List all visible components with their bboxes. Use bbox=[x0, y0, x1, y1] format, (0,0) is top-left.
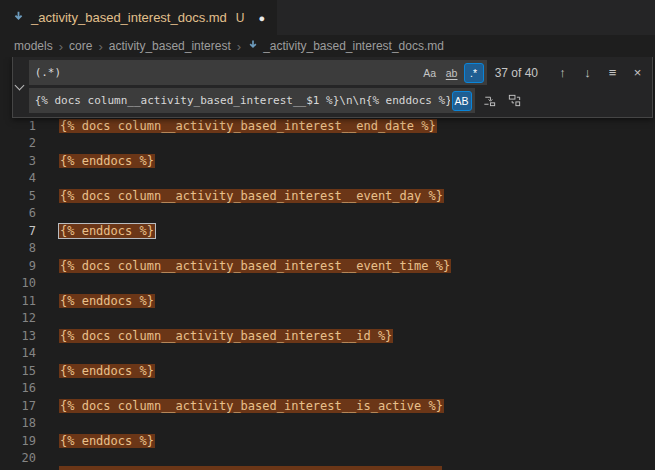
whole-word-toggle[interactable]: ab bbox=[442, 63, 462, 83]
code-line[interactable]: 20 bbox=[0, 450, 655, 468]
line-number[interactable]: 4 bbox=[0, 171, 36, 185]
code-line[interactable]: 17{% docs column__activity_based_interes… bbox=[0, 397, 655, 415]
match-highlight: {% docs column__activity_based_interest_… bbox=[59, 259, 451, 273]
code-line[interactable]: 16 bbox=[0, 380, 655, 398]
breadcrumb: models › core › activity_based_interest … bbox=[0, 35, 655, 57]
line-number[interactable]: 7 bbox=[0, 224, 36, 238]
code-line[interactable]: 6 bbox=[0, 205, 655, 223]
line-content: {% docs column__activity_based_interest_… bbox=[59, 399, 444, 413]
replace-row: {% docs column__activity_based_interest_… bbox=[29, 88, 648, 113]
line-content: {% enddocs %} bbox=[59, 364, 155, 378]
line-number[interactable]: 6 bbox=[0, 206, 36, 220]
regex-toggle[interactable]: .* bbox=[464, 63, 484, 83]
line-content bbox=[59, 466, 442, 470]
code-line[interactable]: 19{% enddocs %} bbox=[0, 432, 655, 450]
find-widget-rows: (.*) Aa ab .* 37 of 40 ↑ ↓ ≡ × {% docs c… bbox=[27, 57, 652, 117]
unsaved-dot-icon[interactable]: ● bbox=[259, 12, 266, 24]
chevron-right-icon: › bbox=[59, 39, 63, 54]
line-content: {% docs column__activity_based_interest_… bbox=[59, 189, 444, 203]
find-row: (.*) Aa ab .* 37 of 40 ↑ ↓ ≡ × bbox=[29, 60, 648, 85]
code-line[interactable]: 5{% docs column__activity_based_interest… bbox=[0, 187, 655, 205]
preserve-case-toggle[interactable]: AB bbox=[452, 91, 472, 111]
line-content: {% enddocs %} bbox=[59, 434, 155, 448]
match-case-toggle[interactable]: Aa bbox=[420, 63, 440, 83]
line-number[interactable]: 5 bbox=[0, 189, 36, 203]
breadcrumb-item-file[interactable]: _activity_based_interest_docs.md bbox=[247, 39, 444, 54]
git-status-badge: U bbox=[236, 11, 245, 25]
line-number[interactable]: 13 bbox=[0, 329, 36, 343]
previous-match-button[interactable]: ↑ bbox=[552, 62, 573, 83]
line-number[interactable]: 14 bbox=[0, 346, 36, 360]
match-highlight: {% docs column__activity_based_interest_… bbox=[59, 399, 444, 413]
tab-activity-based-interest-docs[interactable]: _activity_based_interest_docs.md U ● bbox=[0, 0, 277, 35]
chevron-right-icon: › bbox=[98, 39, 102, 54]
match-highlight: {% enddocs %} bbox=[59, 154, 155, 168]
next-match-button[interactable]: ↓ bbox=[577, 62, 598, 83]
breadcrumb-item-activity-based-interest[interactable]: activity_based_interest bbox=[109, 39, 231, 53]
code-lines: 1{% docs column__activity_based_interest… bbox=[0, 57, 655, 470]
line-content: {% docs column__activity_based_interest_… bbox=[59, 119, 437, 133]
line-number[interactable]: 12 bbox=[0, 311, 36, 325]
code-line[interactable]: 18 bbox=[0, 415, 655, 433]
replace-button[interactable] bbox=[479, 90, 500, 111]
line-number[interactable]: 11 bbox=[0, 294, 36, 308]
code-line[interactable]: 2 bbox=[0, 135, 655, 153]
match-highlight: {% docs column__activity_based_interest_… bbox=[59, 119, 437, 133]
code-line[interactable]: 15{% enddocs %} bbox=[0, 362, 655, 380]
line-content: {% enddocs %} bbox=[59, 154, 155, 168]
breadcrumb-item-models[interactable]: models bbox=[14, 39, 53, 53]
line-content: {% enddocs %} bbox=[59, 223, 156, 238]
code-line[interactable]: 3{% enddocs %} bbox=[0, 152, 655, 170]
line-number[interactable]: 9 bbox=[0, 259, 36, 273]
line-content: {% docs column__activity_based_interest_… bbox=[59, 259, 451, 273]
breadcrumb-item-core[interactable]: core bbox=[69, 39, 92, 53]
match-highlight: {% enddocs %} bbox=[59, 364, 155, 378]
code-line[interactable]: 11{% enddocs %} bbox=[0, 292, 655, 310]
chevron-down-icon bbox=[15, 80, 25, 90]
match-highlight: {% docs column__activity_based_interest_… bbox=[59, 189, 444, 203]
code-line[interactable]: 9{% docs column__activity_based_interest… bbox=[0, 257, 655, 275]
code-line[interactable]: 4 bbox=[0, 170, 655, 188]
tab-title: _activity_based_interest_docs.md bbox=[31, 10, 227, 25]
chevron-right-icon: › bbox=[237, 39, 241, 54]
match-highlight: {% enddocs %} bbox=[59, 434, 155, 448]
replace-input[interactable]: {% docs column__activity_based_interest_… bbox=[29, 88, 475, 113]
code-line[interactable]: 1{% docs column__activity_based_interest… bbox=[0, 117, 655, 135]
close-find-widget-button[interactable]: × bbox=[627, 62, 648, 83]
line-number[interactable]: 15 bbox=[0, 364, 36, 378]
code-line[interactable]: 14 bbox=[0, 345, 655, 363]
tab-bar: _activity_based_interest_docs.md U ● bbox=[0, 0, 655, 35]
line-number[interactable]: 17 bbox=[0, 399, 36, 413]
match-highlight: {% enddocs %} bbox=[59, 294, 155, 308]
find-in-selection-button[interactable]: ≡ bbox=[602, 62, 623, 83]
line-content: {% enddocs %} bbox=[59, 294, 155, 308]
markdown-file-icon bbox=[12, 9, 25, 27]
line-number[interactable]: 2 bbox=[0, 136, 36, 150]
replace-value-text: {% docs column__activity_based_interest_… bbox=[35, 94, 450, 107]
line-number[interactable]: 8 bbox=[0, 241, 36, 255]
text-cursor bbox=[155, 223, 157, 237]
partial-match-highlight bbox=[59, 466, 442, 470]
code-line[interactable]: 8 bbox=[0, 240, 655, 258]
code-line[interactable]: 10 bbox=[0, 275, 655, 293]
find-input[interactable]: (.*) Aa ab .* bbox=[29, 60, 487, 85]
editor[interactable]: (.*) Aa ab .* 37 of 40 ↑ ↓ ≡ × {% docs c… bbox=[0, 57, 655, 470]
line-number[interactable]: 1 bbox=[0, 119, 36, 133]
line-content: {% docs column__activity_based_interest_… bbox=[59, 329, 393, 343]
code-line[interactable]: 7{% enddocs %} bbox=[0, 222, 655, 240]
line-number[interactable]: 16 bbox=[0, 381, 36, 395]
line-number[interactable]: 19 bbox=[0, 434, 36, 448]
find-results-count: 37 of 40 bbox=[495, 66, 538, 80]
match-highlight: {% enddocs %} bbox=[59, 224, 155, 238]
find-query-text: (.*) bbox=[35, 66, 418, 79]
markdown-file-icon bbox=[247, 39, 259, 54]
line-number[interactable]: 20 bbox=[0, 451, 36, 465]
replace-all-button[interactable] bbox=[504, 90, 525, 111]
toggle-replace-button[interactable] bbox=[13, 57, 27, 117]
line-number[interactable]: 3 bbox=[0, 154, 36, 168]
line-number[interactable]: 10 bbox=[0, 276, 36, 290]
code-line[interactable]: 13{% docs column__activity_based_interes… bbox=[0, 327, 655, 345]
find-widget: (.*) Aa ab .* 37 of 40 ↑ ↓ ≡ × {% docs c… bbox=[12, 57, 653, 118]
line-number[interactable]: 18 bbox=[0, 416, 36, 430]
code-line[interactable]: 12 bbox=[0, 310, 655, 328]
